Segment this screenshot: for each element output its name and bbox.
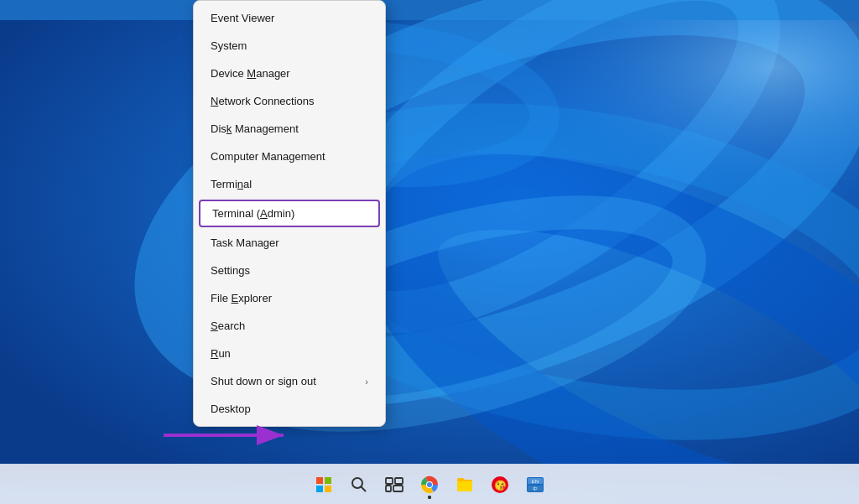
svg-line-15 — [362, 486, 367, 491]
pointer-arrow — [159, 418, 294, 455]
svg-rect-11 — [325, 477, 331, 484]
context-menu: Event Viewer System Device Manager Netwo… — [193, 0, 386, 427]
menu-item-terminal[interactable]: Terminal — [194, 170, 385, 198]
kiss-app-icon[interactable]: 😘 — [483, 468, 517, 501]
svg-rect-13 — [325, 486, 331, 492]
menu-item-network-connections[interactable]: Network Connections — [194, 87, 385, 115]
svg-text:😘: 😘 — [494, 479, 507, 491]
svg-rect-19 — [393, 486, 403, 491]
svg-point-14 — [352, 478, 362, 488]
start-button[interactable] — [307, 468, 341, 501]
taskbar: 😘 EN 中 — [0, 464, 859, 504]
menu-item-event-viewer[interactable]: Event Viewer — [194, 4, 385, 32]
svg-text:EN: EN — [532, 479, 539, 484]
task-view-button[interactable] — [377, 468, 411, 501]
menu-item-run[interactable]: Run — [194, 340, 385, 367]
language-icon[interactable]: EN 中 — [518, 468, 552, 501]
menu-item-task-manager[interactable]: Task Manager — [194, 229, 385, 257]
svg-text:中: 中 — [533, 486, 538, 491]
svg-point-22 — [427, 482, 432, 487]
menu-item-computer-management[interactable]: Computer Management — [194, 143, 385, 170]
svg-rect-7 — [0, 20, 859, 484]
svg-rect-10 — [316, 477, 323, 484]
menu-item-terminal-admin[interactable]: Terminal (Admin) — [199, 200, 380, 227]
menu-item-settings[interactable]: Settings — [194, 257, 385, 284]
menu-item-disk-management[interactable]: Disk Management — [194, 115, 385, 143]
menu-item-file-explorer[interactable]: File Explorer — [194, 284, 385, 312]
svg-rect-12 — [316, 486, 323, 492]
chrome-dot — [428, 496, 431, 499]
taskbar-icons: 😘 EN 中 — [307, 468, 552, 501]
file-explorer-icon[interactable] — [448, 468, 482, 501]
svg-rect-17 — [395, 478, 403, 484]
menu-item-system[interactable]: System — [194, 32, 385, 60]
menu-item-search[interactable]: Search — [194, 312, 385, 340]
menu-item-device-manager[interactable]: Device Manager — [194, 60, 385, 87]
chrome-icon[interactable] — [413, 468, 446, 501]
svg-rect-16 — [386, 478, 393, 484]
menu-item-shut-down[interactable]: Shut down or sign out › — [194, 367, 385, 395]
search-button[interactable] — [342, 468, 376, 501]
desktop — [0, 0, 859, 504]
svg-rect-18 — [386, 486, 391, 491]
submenu-arrow: › — [365, 377, 368, 387]
